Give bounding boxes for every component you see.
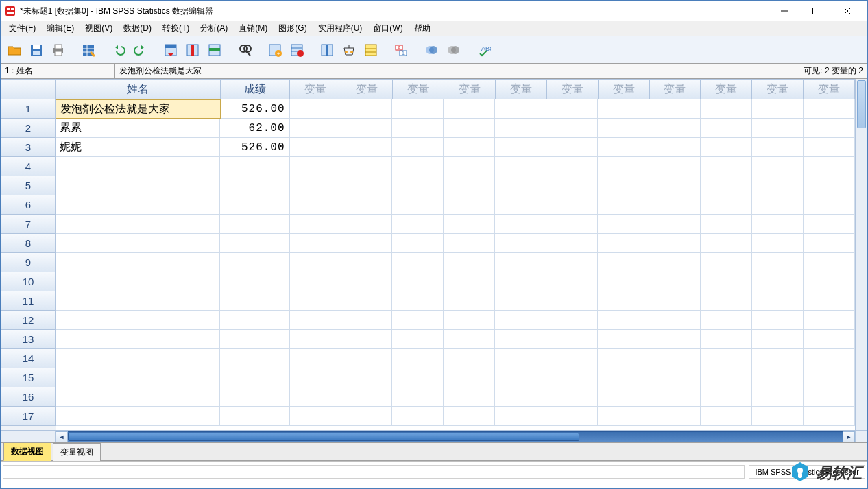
grid-cell[interactable] — [752, 291, 804, 311]
grid-cell[interactable] — [220, 330, 289, 349]
grid-cell[interactable] — [804, 119, 855, 138]
row-header[interactable]: 15 — [1, 368, 56, 387]
grid-cell[interactable]: 发泡剂公检法就是大家 — [56, 99, 221, 119]
grid-cell[interactable] — [598, 234, 649, 253]
grid-cell[interactable] — [341, 291, 393, 311]
row-header[interactable]: 16 — [1, 387, 56, 407]
menu-文件[interactable]: 文件(F) — [3, 21, 41, 36]
grid-cell[interactable] — [598, 157, 649, 176]
grid-cell[interactable] — [495, 215, 546, 234]
grid-cell[interactable] — [752, 234, 804, 253]
grid-cell[interactable] — [649, 311, 701, 330]
row-header[interactable]: 4 — [1, 157, 56, 176]
grid-cell[interactable] — [598, 253, 649, 272]
row-header[interactable]: 8 — [1, 234, 56, 253]
grid-cell[interactable] — [290, 291, 341, 311]
grid-cell[interactable] — [392, 291, 444, 311]
menu-转换[interactable]: 转换(T) — [157, 21, 195, 36]
grid-cell[interactable] — [546, 272, 598, 291]
print-button[interactable] — [49, 40, 68, 60]
save-button[interactable] — [27, 40, 46, 60]
grid-cell[interactable] — [701, 407, 752, 426]
column-header[interactable]: 变量 — [752, 79, 804, 99]
grid-cell[interactable] — [701, 291, 752, 311]
grid-cell[interactable] — [444, 99, 495, 119]
grid-cell[interactable] — [444, 272, 495, 291]
undo-button[interactable] — [109, 40, 128, 60]
column-header[interactable]: 变量 — [393, 79, 444, 99]
grid-cell[interactable] — [649, 119, 701, 138]
grid-cell[interactable] — [752, 215, 804, 234]
grid-cell[interactable] — [752, 157, 804, 176]
grid-cell[interactable] — [220, 368, 289, 387]
grid-cell[interactable] — [546, 99, 598, 119]
grid-cell[interactable] — [598, 349, 649, 368]
grid-cell[interactable] — [804, 368, 855, 387]
sets2-button[interactable] — [444, 40, 463, 60]
menu-图形[interactable]: 图形(G) — [273, 21, 312, 36]
grid-cell[interactable] — [341, 195, 393, 215]
vertical-scrollbar[interactable] — [855, 79, 867, 430]
grid-cell[interactable] — [56, 311, 220, 330]
grid-cell[interactable] — [546, 291, 598, 311]
column-header[interactable]: 变量 — [701, 79, 752, 99]
grid-cell[interactable] — [546, 215, 598, 234]
grid-cell[interactable] — [701, 311, 752, 330]
grid-cell[interactable] — [56, 272, 220, 291]
grid-cell[interactable] — [220, 253, 289, 272]
grid-cell[interactable] — [546, 349, 598, 368]
menu-视图[interactable]: 视图(V) — [80, 21, 118, 36]
grid-cell[interactable] — [546, 407, 598, 426]
grid-cell[interactable] — [290, 330, 341, 349]
value-labels-button[interactable]: A1 — [391, 40, 411, 60]
grid-cell[interactable] — [392, 368, 444, 387]
grid-cell[interactable] — [495, 157, 546, 176]
grid-cell[interactable] — [495, 119, 546, 138]
grid-cell[interactable] — [392, 253, 444, 272]
grid-cell[interactable] — [546, 234, 598, 253]
grid-cell[interactable] — [495, 368, 546, 387]
grid-cell[interactable] — [341, 349, 393, 368]
grid-cell[interactable] — [701, 349, 752, 368]
grid-cell[interactable] — [290, 387, 341, 407]
grid-cell[interactable]: 62.00 — [220, 119, 289, 138]
grid-cell[interactable] — [752, 311, 804, 330]
grid-cell[interactable] — [804, 407, 855, 426]
grid-cell[interactable] — [598, 387, 649, 407]
grid-cell[interactable] — [546, 387, 598, 407]
grid-cell[interactable] — [701, 387, 752, 407]
grid-cell[interactable] — [701, 215, 752, 234]
grid-cell[interactable] — [444, 387, 495, 407]
grid-cell[interactable] — [598, 407, 649, 426]
split-button[interactable] — [317, 40, 337, 60]
grid-cell[interactable] — [649, 253, 701, 272]
grid-cell[interactable] — [752, 368, 804, 387]
grid-cell[interactable] — [220, 157, 289, 176]
grid-cell[interactable] — [752, 119, 804, 138]
grid-cell[interactable] — [290, 311, 341, 330]
grid-cell[interactable] — [290, 253, 341, 272]
grid-cell[interactable] — [341, 99, 393, 119]
grid-cell[interactable] — [341, 215, 393, 234]
grid-cell[interactable] — [701, 157, 752, 176]
menu-窗口[interactable]: 窗口(W) — [367, 21, 408, 36]
grid-cell[interactable] — [444, 157, 495, 176]
grid-cell[interactable] — [701, 253, 752, 272]
grid-cell[interactable] — [290, 349, 341, 368]
grid-cell[interactable] — [341, 368, 393, 387]
grid-cell[interactable] — [495, 195, 546, 215]
grid-cell[interactable] — [56, 349, 220, 368]
spell-button[interactable]: ABC — [474, 40, 493, 60]
grid-cell[interactable] — [220, 234, 289, 253]
grid-cell[interactable] — [649, 215, 701, 234]
grid-cell[interactable] — [444, 234, 495, 253]
grid-cell[interactable] — [701, 368, 752, 387]
grid-cell[interactable] — [444, 330, 495, 349]
grid-cell[interactable] — [444, 368, 495, 387]
grid-cell[interactable] — [56, 195, 220, 215]
grid-cell[interactable] — [804, 311, 855, 330]
row-header[interactable]: 17 — [1, 407, 56, 426]
grid-cell[interactable] — [598, 138, 649, 157]
tab-data-view[interactable]: 数据视图 — [3, 442, 51, 461]
grid-cell[interactable] — [495, 176, 546, 195]
